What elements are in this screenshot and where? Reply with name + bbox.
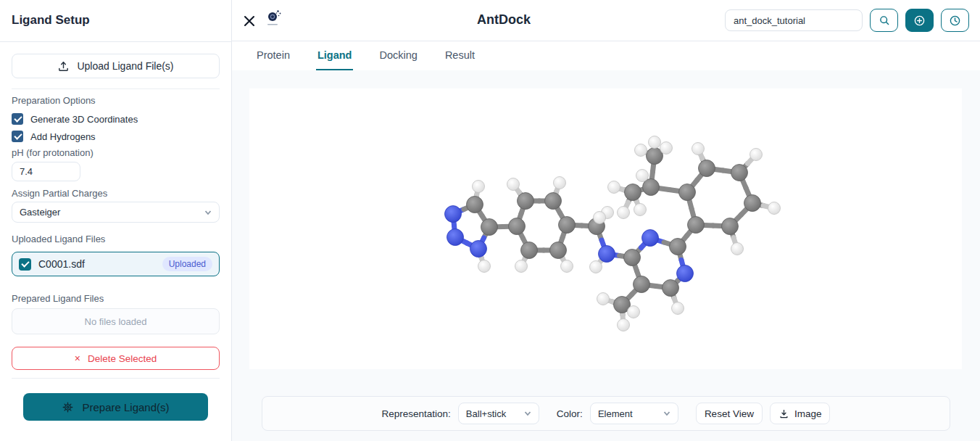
image-button-label: Image <box>794 408 822 419</box>
uploaded-file-item[interactable]: C0001.sdf Uploaded <box>12 252 220 276</box>
upload-ligand-button[interactable]: Upload Ligand File(s) <box>12 54 220 78</box>
molecule-svg[interactable] <box>249 88 962 369</box>
chevron-down-icon <box>524 410 531 417</box>
atom-C <box>663 280 679 297</box>
antdock-logo <box>265 9 284 32</box>
atom-H <box>649 136 661 149</box>
atom-N <box>599 246 615 263</box>
atom-H <box>561 260 573 273</box>
atom-C <box>518 193 534 210</box>
gear-icon <box>62 401 74 413</box>
uploaded-file-name: C0001.sdf <box>38 258 155 270</box>
checkbox-icon[interactable] <box>12 113 23 125</box>
atom-C <box>545 193 562 210</box>
prepared-empty-text: No files loaded <box>85 316 147 327</box>
main-header: AntDock <box>232 0 980 41</box>
atom-C <box>670 239 686 255</box>
file-checkbox-icon[interactable] <box>19 258 31 271</box>
atom-C <box>625 184 641 201</box>
ligand-setup-sidebar: Ligand Setup Upload Ligand File(s) Prepa… <box>0 0 232 441</box>
upload-ligand-button-label: Upload Ligand File(s) <box>77 60 173 72</box>
atom-C <box>679 184 696 201</box>
chevron-down-icon <box>204 209 212 216</box>
atom-H <box>594 212 606 224</box>
atom-C <box>509 218 526 235</box>
image-button[interactable]: Image <box>770 403 831 424</box>
atom-N <box>445 206 462 223</box>
divider <box>12 378 220 379</box>
atom-H <box>660 142 673 154</box>
atom-H <box>636 170 649 182</box>
upload-icon <box>57 60 70 73</box>
charges-select[interactable]: Gasteiger <box>12 202 220 223</box>
checkbox-label: Generate 3D Coordinates <box>30 114 138 125</box>
atom-C <box>559 217 576 234</box>
reset-view-label: Reset View <box>705 408 754 419</box>
history-button[interactable] <box>941 9 969 32</box>
atom-H <box>692 143 705 155</box>
atom-H <box>672 302 684 315</box>
atom-C <box>550 242 567 259</box>
atom-N <box>470 241 487 257</box>
sidebar-title: Ligand Setup <box>12 13 90 28</box>
search-button[interactable] <box>870 9 898 32</box>
history-clock-icon <box>949 15 961 27</box>
atom-C <box>624 250 641 266</box>
atom-H <box>515 260 528 273</box>
add-circle-icon <box>913 15 926 27</box>
tab-result[interactable]: Result <box>444 41 476 70</box>
tab-protein[interactable]: Protein <box>255 41 291 70</box>
atom-N <box>447 229 464 246</box>
divider <box>12 88 220 89</box>
atom-H <box>507 178 520 191</box>
representation-select[interactable]: Ball+stick <box>458 403 539 424</box>
add-session-button[interactable] <box>905 9 934 32</box>
close-icon[interactable] <box>242 14 257 28</box>
tab-docking[interactable]: Docking <box>378 41 418 70</box>
atom-H <box>554 177 566 189</box>
molecule-viewer[interactable] <box>249 88 962 369</box>
charges-label: Assign Partial Charges <box>12 188 107 199</box>
app-title: AntDock <box>477 12 531 28</box>
atom-C <box>481 219 498 236</box>
color-select[interactable]: Element <box>590 403 678 424</box>
preparation-options-label: Preparation Options <box>12 95 96 106</box>
atom-N <box>642 230 659 247</box>
atom-C <box>467 197 483 213</box>
atom-H <box>597 293 610 305</box>
atom-H <box>618 207 630 219</box>
atom-H <box>473 181 485 193</box>
atom-H <box>634 204 647 216</box>
checkbox-row[interactable]: Generate 3D Coordinates <box>12 110 220 128</box>
color-value: Element <box>598 408 633 419</box>
checkbox-icon[interactable] <box>12 131 23 142</box>
atom-H <box>608 181 620 194</box>
atom-C <box>688 217 705 234</box>
close-x-icon: × <box>75 353 80 363</box>
atom-N <box>677 265 694 282</box>
delete-selected-button[interactable]: × Delete Selected <box>12 347 220 370</box>
reset-view-button[interactable]: Reset View <box>696 403 763 424</box>
uploaded-status-badge: Uploaded <box>162 257 212 271</box>
checkbox-label: Add Hydrogens <box>30 131 96 142</box>
viewer-toolbar: Representation: Ball+stick Color: Elemen… <box>262 396 950 431</box>
atom-H <box>478 260 491 273</box>
prepared-files-empty-box: No files loaded <box>12 308 220 334</box>
atom-C <box>634 276 650 293</box>
atom-H <box>635 144 647 157</box>
search-icon <box>879 15 890 26</box>
uploaded-files-label: Uploaded Ligand Files <box>12 234 105 244</box>
session-name-input[interactable] <box>725 9 863 31</box>
download-icon <box>778 408 789 419</box>
atom-C <box>699 160 715 177</box>
tab-ligand[interactable]: Ligand <box>316 41 354 70</box>
prepare-ligands-button[interactable]: Prepare Ligand(s) <box>23 393 208 421</box>
representation-label: Representation: <box>382 408 451 419</box>
atom-H <box>768 202 781 215</box>
checkbox-row[interactable]: Add Hydrogens <box>12 128 220 145</box>
atom-C <box>731 165 748 181</box>
atom-H <box>590 261 602 273</box>
representation-value: Ball+stick <box>466 408 506 419</box>
ph-input[interactable] <box>12 162 80 181</box>
atom-C <box>722 218 739 235</box>
